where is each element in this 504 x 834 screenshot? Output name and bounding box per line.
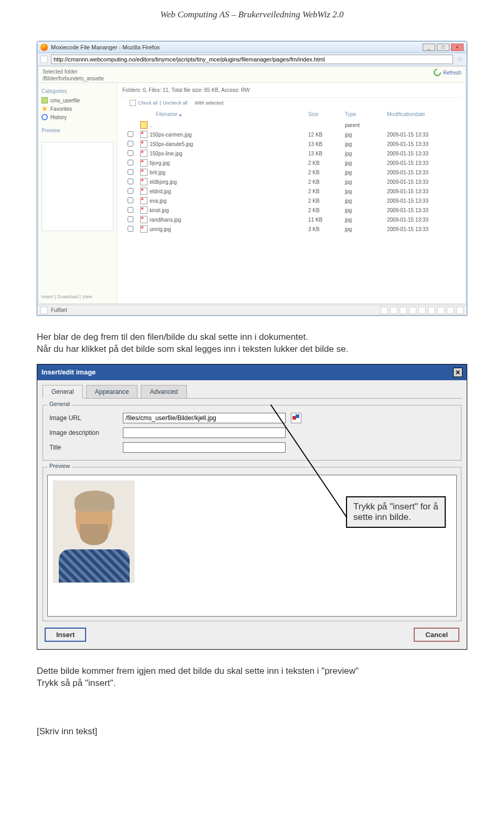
file-row[interactable]: eva.jpg2 KBjpg2009-01-15 13:33 bbox=[122, 196, 460, 205]
insert-button[interactable]: Insert bbox=[45, 628, 86, 642]
maximize-button[interactable]: □ bbox=[437, 44, 449, 51]
tab-general[interactable]: General bbox=[43, 385, 83, 399]
file-size: 13 KB bbox=[308, 141, 345, 147]
file-row[interactable]: randihans.jpg11 KBjpg2009-01-15 13:33 bbox=[122, 215, 460, 224]
file-date: 2009-01-15 13:33 bbox=[387, 207, 460, 213]
file-size: 2 KB bbox=[308, 189, 345, 194]
image-file-icon bbox=[140, 206, 148, 214]
general-fieldset: General Image URL Image description Titl… bbox=[43, 405, 461, 461]
col-filename[interactable]: Filename bbox=[156, 111, 177, 117]
cancel-button[interactable]: Cancel bbox=[414, 628, 459, 642]
sidebar-actions[interactable]: Insert | Download | View bbox=[41, 292, 113, 299]
footer-placeholder: [Skriv inn tekst] bbox=[37, 726, 467, 737]
dialog-close-button[interactable]: × bbox=[453, 368, 463, 377]
toolbar-icon[interactable] bbox=[390, 307, 397, 314]
sidebar: Categories cms_userfile Favorites Histor… bbox=[38, 83, 117, 304]
toggle-icon[interactable] bbox=[130, 100, 136, 106]
toolbar-icon[interactable] bbox=[418, 307, 426, 314]
file-type: jpg bbox=[345, 226, 387, 232]
instruction-text-2: Dette bilde kommer frem igjen med det bi… bbox=[37, 665, 467, 690]
file-checkbox[interactable] bbox=[128, 207, 133, 213]
toolbar-icon[interactable] bbox=[437, 307, 445, 314]
file-checkbox[interactable] bbox=[128, 179, 133, 184]
file-checkbox[interactable] bbox=[128, 141, 133, 147]
image-file-icon bbox=[140, 150, 148, 157]
toolbar-icon[interactable] bbox=[409, 307, 416, 314]
file-row[interactable]: 150px-carmen.jpg12 KBjpg2009-01-15 13:33 bbox=[122, 130, 460, 139]
col-date[interactable]: Modificationdate bbox=[387, 111, 460, 117]
parent-folder-row[interactable]: .. parent bbox=[122, 120, 460, 130]
page-header: Web Computing AS – Brukerveiledning WebW… bbox=[37, 0, 467, 41]
status-bar: Fullført bbox=[37, 305, 467, 315]
with-selected-label: With selected: bbox=[195, 100, 225, 106]
file-row[interactable]: brit.jpg2 KBjpg2009-01-15 13:33 bbox=[122, 168, 460, 177]
file-checkbox[interactable] bbox=[128, 131, 133, 137]
title-input[interactable] bbox=[123, 442, 286, 453]
file-checkbox[interactable] bbox=[128, 150, 133, 156]
file-date: 2009-01-15 13:33 bbox=[387, 179, 460, 185]
file-row[interactable]: 150px-line.jpg13 KBjpg2009-01-15 13:33 bbox=[122, 149, 460, 158]
file-checkbox[interactable] bbox=[128, 216, 133, 222]
sidebar-categories-title: Categories bbox=[41, 87, 113, 96]
col-size[interactable]: Size bbox=[308, 111, 345, 117]
check-all-link[interactable]: Check all bbox=[138, 100, 158, 106]
preview-image bbox=[53, 481, 134, 583]
bookmark-star-icon[interactable]: ☆ bbox=[456, 56, 464, 63]
file-size: 11 KB bbox=[308, 217, 345, 223]
sidebar-item-userfile[interactable]: cms_userfile bbox=[41, 96, 113, 105]
uncheck-all-link[interactable]: Uncheck all bbox=[163, 100, 187, 106]
file-checkbox[interactable] bbox=[128, 197, 133, 203]
dialog-title: Insert/edit image bbox=[41, 368, 96, 376]
file-name: eldrid.jpg bbox=[150, 189, 171, 194]
file-row[interactable]: eldbjorg.jpg2 KBjpg2009-01-15 13:33 bbox=[122, 177, 460, 186]
image-file-icon bbox=[140, 216, 148, 223]
sidebar-item-favorites[interactable]: Favorites bbox=[41, 105, 113, 113]
file-type: jpg bbox=[345, 198, 387, 204]
preview-legend: Preview bbox=[47, 463, 72, 469]
tab-advanced[interactable]: Advanced bbox=[141, 385, 186, 399]
minimize-button[interactable]: _ bbox=[423, 44, 435, 51]
file-checkbox[interactable] bbox=[128, 160, 133, 165]
sidebar-label: cms_userfile bbox=[50, 98, 80, 103]
refresh-link[interactable]: Refresh bbox=[434, 69, 461, 76]
close-button[interactable]: × bbox=[451, 44, 464, 51]
file-date: 2009-01-15 13:33 bbox=[387, 132, 460, 138]
image-file-icon bbox=[140, 178, 148, 185]
file-row[interactable]: 150px-danute5.jpg13 KBjpg2009-01-15 13:3… bbox=[122, 139, 460, 149]
toolbar-icon[interactable] bbox=[456, 307, 464, 314]
star-icon bbox=[41, 106, 48, 112]
file-name: brit.jpg bbox=[150, 170, 165, 175]
file-row[interactable]: unnig.jpg3 KBjpg2009-01-15 13:33 bbox=[122, 224, 460, 234]
url-bar: ☆ bbox=[37, 53, 467, 66]
image-url-input[interactable] bbox=[123, 413, 286, 423]
file-size: 12 KB bbox=[308, 132, 345, 138]
col-type[interactable]: Type bbox=[345, 111, 387, 117]
file-row[interactable]: bjorg.jpg2 KBjpg2009-01-15 13:33 bbox=[122, 158, 460, 168]
tab-appearance[interactable]: Appearance bbox=[86, 385, 138, 399]
file-row[interactable]: kirsti.jpg2 KBjpg2009-01-15 13:33 bbox=[122, 205, 460, 215]
toolbar-icon[interactable] bbox=[447, 307, 454, 314]
general-legend: General bbox=[47, 401, 72, 407]
image-file-icon bbox=[140, 140, 148, 148]
file-checkbox[interactable] bbox=[128, 188, 133, 194]
image-file-icon bbox=[140, 197, 148, 204]
file-type: jpg bbox=[345, 189, 387, 194]
file-checkbox[interactable] bbox=[128, 226, 133, 232]
browse-icon[interactable] bbox=[291, 413, 301, 423]
url-input[interactable] bbox=[51, 55, 453, 64]
toolbar-icon[interactable] bbox=[381, 307, 388, 314]
file-size: 3 KB bbox=[308, 226, 345, 232]
status-text: Fullført bbox=[51, 307, 67, 313]
sidebar-item-history[interactable]: History bbox=[41, 113, 113, 121]
instruction-text-1: Her blar de deg frem til den filen/bilde… bbox=[37, 331, 467, 356]
file-row[interactable]: eldrid.jpg2 KBjpg2009-01-15 13:33 bbox=[122, 186, 460, 196]
image-desc-input[interactable] bbox=[123, 428, 286, 438]
file-checkbox[interactable] bbox=[128, 169, 133, 175]
toolbar-icon[interactable] bbox=[400, 307, 407, 314]
file-date: 2009-01-15 13:33 bbox=[387, 189, 460, 194]
file-name: kirsti.jpg bbox=[150, 207, 169, 213]
insert-image-dialog: Insert/edit image × General Appearance A… bbox=[37, 364, 467, 650]
file-manager-app: Selected folder /Bilder/forbundets_ansat… bbox=[38, 66, 466, 304]
sidebar-label: History bbox=[50, 114, 67, 120]
toolbar-icon[interactable] bbox=[428, 307, 435, 314]
